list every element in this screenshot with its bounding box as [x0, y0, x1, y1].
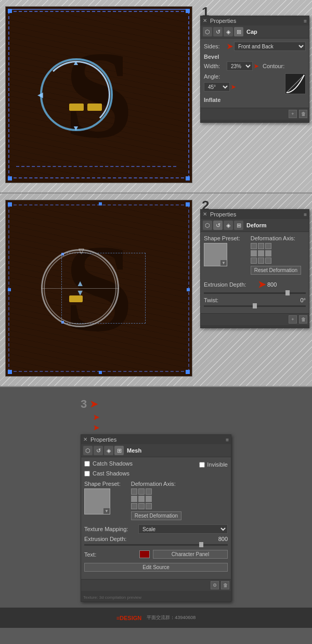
tab-icon-shape-2[interactable]: ⬡: [203, 221, 212, 230]
tab-icon-material-1[interactable]: ◈: [224, 27, 233, 36]
bevel-width-row: Width: 23% ➤ Contour:: [204, 61, 306, 71]
panel-close-3[interactable]: ✕: [83, 437, 88, 442]
deform3-cell-7[interactable]: [131, 503, 137, 509]
deform-cell-6[interactable]: [265, 250, 271, 256]
deform-cell-7[interactable]: [251, 257, 257, 264]
deform-cell-3[interactable]: [265, 243, 271, 249]
invisible-row: Invisible: [199, 461, 228, 468]
invisible-checkbox[interactable]: [199, 462, 205, 468]
tab-icon-mesh-1[interactable]: ⊞: [234, 27, 243, 36]
reset-deform-btn-2[interactable]: Reset Deformation: [251, 266, 301, 275]
panel-body-2: Shape Preset: ▼ Deformation Axis:: [201, 232, 309, 313]
tab-icon-mesh-3[interactable]: ⊞: [114, 446, 124, 455]
bevel-width-select[interactable]: 23%: [227, 61, 253, 71]
deform-axis-label-3: Deformation Axis:: [131, 481, 181, 487]
invisible-label: Invisible: [207, 461, 228, 468]
deform3-cell-6[interactable]: [146, 496, 152, 502]
catch-shadows-checkbox[interactable]: [84, 461, 90, 467]
deform-axis-grid-2: [251, 243, 301, 264]
deform-cell-4[interactable]: [251, 250, 257, 256]
cast-shadows-checkbox[interactable]: [84, 471, 90, 476]
text-color-swatch[interactable]: [139, 550, 150, 558]
tab-icon-shape-1[interactable]: ⬡: [203, 27, 212, 36]
deform3-cell-8[interactable]: [138, 503, 145, 509]
extrusion-slider-2[interactable]: [204, 292, 306, 294]
panel-footer-3: ⚙ 🗑: [81, 579, 231, 591]
properties-panel-2: ✕ Properties ≡ ⬡ ↺ ◈ ⊞ Deform Shape Pres…: [200, 209, 309, 328]
texture-mapping-select[interactable]: Scale: [138, 524, 228, 534]
tab-icon-material-3[interactable]: ◈: [104, 446, 113, 455]
deform-cell-5[interactable]: [258, 250, 264, 256]
shape-deform-row-3: Shape Preset: ▼ Deformation Axis:: [84, 481, 228, 520]
section-number-3: 3: [81, 397, 87, 411]
extrusion-section-3: Extrusion Depth: 800: [84, 536, 228, 546]
panel-menu-2[interactable]: ≡: [304, 212, 307, 217]
deform3-cell-2[interactable]: [138, 488, 145, 495]
char-panel-button[interactable]: Character Panel: [153, 550, 228, 559]
panel-tab-label-1: Cap: [246, 29, 257, 35]
panel-add-btn-2[interactable]: +: [289, 315, 297, 324]
panel-delete-btn-2[interactable]: 🗑: [299, 315, 307, 324]
panel-resize-2[interactable]: [201, 325, 309, 328]
shape-preset-box-2[interactable]: ▼: [204, 243, 227, 266]
section-3-arrow2: ➤: [93, 413, 99, 421]
deform-axis-grid-3: [131, 488, 181, 509]
properties-panel-1: ✕ Properties ≡ ⬡ ↺ ◈ ⊞ Cap Sides: ➤ Fron…: [200, 16, 309, 123]
statusbar-text-3: Texture: 3d compilation preview: [83, 595, 141, 600]
bevel-section: Bevel Width: 23% ➤ Contour:: [204, 54, 306, 103]
tab-icon-mesh-2[interactable]: ⊞: [234, 221, 243, 230]
reset-deform-btn-3[interactable]: Reset Deformation: [131, 511, 181, 520]
extrusion-value-3: 800: [138, 536, 228, 542]
canvas-area-1: S ▲ ▼ ◀: [5, 6, 192, 183]
cast-shadows-label: Cast Shadows: [93, 470, 129, 476]
deform3-cell-9[interactable]: [146, 503, 152, 509]
catch-shadows-row: Catch Shadows Invisible: [84, 460, 228, 469]
panel-titlebar-3: ✕ Properties ≡: [81, 435, 231, 444]
extrusion-label-2: Extrusion Depth:: [204, 281, 256, 288]
deform3-cell-3[interactable]: [146, 488, 152, 495]
panel-title-3: Properties: [90, 436, 116, 443]
deform3-cell-5[interactable]: [138, 496, 145, 502]
sides-select[interactable]: Front and Back: [234, 42, 306, 51]
tab-icon-material-2[interactable]: ◈: [224, 221, 233, 230]
panel-menu-3[interactable]: ≡: [226, 437, 229, 443]
panel-tab-label-3: Mesh: [127, 447, 141, 454]
tab-icon-rotate-3[interactable]: ↺: [94, 446, 103, 455]
section-3-arrow1: ➤: [90, 398, 98, 410]
bevel-angle-arrow: ➤: [231, 84, 236, 91]
panel-delete-btn-1[interactable]: 🗑: [299, 110, 307, 118]
edit-source-button[interactable]: Edit Source: [84, 563, 228, 572]
deform-cell-9[interactable]: [265, 257, 271, 264]
deform-cell-1[interactable]: [251, 243, 257, 249]
deform3-cell-1[interactable]: [131, 488, 137, 495]
panel-title-1: Properties: [210, 18, 236, 24]
tab-icon-rotate-1[interactable]: ↺: [213, 27, 223, 36]
extrusion-slider-3[interactable]: [84, 544, 228, 546]
deform-cell-8[interactable]: [258, 257, 264, 264]
twist-label-2: Twist:: [204, 297, 256, 303]
sides-arrow: ➤: [227, 42, 233, 50]
contour-preview[interactable]: [285, 73, 306, 94]
twist-row-2: Twist: 0°: [204, 297, 306, 303]
twist-slider-2[interactable]: [204, 305, 306, 307]
panel-settings-btn-3[interactable]: ⚙: [211, 581, 219, 589]
panel-title-2: Properties: [210, 211, 236, 217]
tab-icon-rotate-2[interactable]: ↺: [213, 221, 223, 230]
panel-footer-2: + 🗑: [201, 313, 309, 325]
bottom-bar: ≡DESIGN 平面交流群：43940608: [0, 607, 312, 628]
bevel-label: Bevel: [204, 54, 306, 60]
panel-resize-1[interactable]: [201, 120, 309, 122]
extrusion-value-2: 800: [267, 281, 277, 288]
panel-add-btn-1[interactable]: +: [289, 110, 297, 118]
text-label: Text:: [84, 551, 136, 558]
qq-label: 平面交流群：43940608: [147, 614, 196, 621]
panel-menu-1[interactable]: ≡: [304, 18, 307, 24]
panel-delete-btn-3[interactable]: 🗑: [221, 581, 229, 589]
panel-statusbar-3: Texture: 3d compilation preview: [81, 593, 231, 601]
panel-tabs-2: ⬡ ↺ ◈ ⊞ Deform: [201, 219, 309, 232]
tab-icon-shape-3[interactable]: ⬡: [83, 446, 93, 455]
bevel-angle-select[interactable]: 45°: [204, 82, 230, 92]
shape-preset-box-3[interactable]: ▼: [84, 488, 110, 514]
deform3-cell-4[interactable]: [131, 496, 137, 502]
deform-cell-2[interactable]: [258, 243, 264, 249]
